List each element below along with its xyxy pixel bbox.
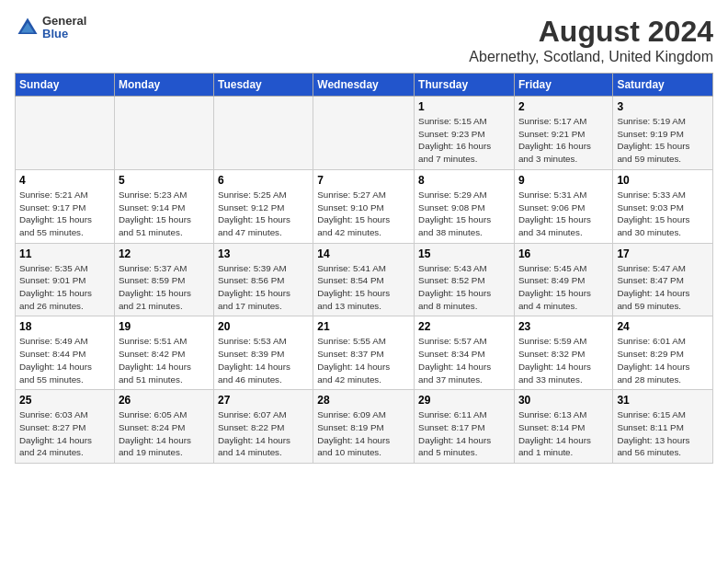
week-row-2: 4Sunrise: 5:21 AM Sunset: 9:17 PM Daylig…: [16, 169, 713, 243]
logo: General Blue: [15, 15, 86, 41]
day-cell: 31Sunrise: 6:15 AM Sunset: 8:11 PM Dayli…: [613, 390, 713, 464]
column-header-sunday: Sunday: [16, 74, 115, 97]
day-cell: [16, 97, 115, 170]
day-cell: 15Sunrise: 5:43 AM Sunset: 8:52 PM Dayli…: [415, 243, 515, 316]
day-cell: 5Sunrise: 5:23 AM Sunset: 9:14 PM Daylig…: [114, 169, 213, 243]
day-number: 22: [418, 320, 510, 333]
day-cell: 20Sunrise: 5:53 AM Sunset: 8:39 PM Dayli…: [213, 316, 313, 390]
day-cell: 3Sunrise: 5:19 AM Sunset: 9:19 PM Daylig…: [613, 97, 713, 170]
day-number: 14: [317, 247, 410, 260]
day-detail: Sunrise: 5:39 AM Sunset: 8:56 PM Dayligh…: [218, 262, 309, 313]
day-number: 1: [418, 100, 510, 113]
day-cell: 14Sunrise: 5:41 AM Sunset: 8:54 PM Dayli…: [313, 243, 415, 316]
day-cell: 10Sunrise: 5:33 AM Sunset: 9:03 PM Dayli…: [613, 169, 713, 243]
day-detail: Sunrise: 5:33 AM Sunset: 9:03 PM Dayligh…: [617, 189, 709, 239]
day-number: 6: [218, 174, 309, 187]
day-number: 16: [518, 247, 609, 260]
day-cell: 19Sunrise: 5:51 AM Sunset: 8:42 PM Dayli…: [114, 316, 213, 390]
day-cell: 28Sunrise: 6:09 AM Sunset: 8:19 PM Dayli…: [313, 390, 415, 464]
day-number: 4: [19, 174, 110, 187]
day-cell: 11Sunrise: 5:35 AM Sunset: 9:01 PM Dayli…: [16, 243, 115, 316]
day-detail: Sunrise: 6:03 AM Sunset: 8:27 PM Dayligh…: [19, 408, 110, 459]
logo-general: General: [42, 15, 86, 28]
day-detail: Sunrise: 5:53 AM Sunset: 8:39 PM Dayligh…: [218, 335, 309, 385]
day-number: 3: [617, 100, 709, 113]
day-number: 27: [218, 394, 309, 407]
main-title: August 2024: [469, 15, 713, 49]
column-headers: SundayMondayTuesdayWednesdayThursdayFrid…: [16, 74, 713, 97]
day-number: 8: [418, 174, 510, 187]
day-detail: Sunrise: 5:19 AM Sunset: 9:19 PM Dayligh…: [617, 115, 709, 166]
day-number: 13: [218, 247, 309, 260]
day-number: 17: [617, 247, 709, 260]
day-cell: 9Sunrise: 5:31 AM Sunset: 9:06 PM Daylig…: [514, 169, 612, 243]
day-cell: 18Sunrise: 5:49 AM Sunset: 8:44 PM Dayli…: [16, 316, 115, 390]
day-detail: Sunrise: 5:45 AM Sunset: 8:49 PM Dayligh…: [518, 262, 609, 313]
day-cell: [313, 97, 415, 170]
day-cell: 16Sunrise: 5:45 AM Sunset: 8:49 PM Dayli…: [514, 243, 612, 316]
day-detail: Sunrise: 5:21 AM Sunset: 9:17 PM Dayligh…: [19, 189, 110, 239]
day-number: 21: [317, 320, 410, 333]
day-number: 11: [19, 247, 110, 260]
day-number: 29: [418, 394, 510, 407]
day-detail: Sunrise: 6:05 AM Sunset: 8:24 PM Dayligh…: [119, 408, 210, 459]
day-number: 31: [617, 394, 709, 407]
day-cell: 30Sunrise: 6:13 AM Sunset: 8:14 PM Dayli…: [514, 390, 612, 464]
day-number: 7: [317, 174, 410, 187]
day-detail: Sunrise: 5:29 AM Sunset: 9:08 PM Dayligh…: [418, 189, 510, 239]
day-number: 2: [518, 100, 609, 113]
day-detail: Sunrise: 5:15 AM Sunset: 9:23 PM Dayligh…: [418, 115, 510, 166]
week-row-4: 18Sunrise: 5:49 AM Sunset: 8:44 PM Dayli…: [16, 316, 713, 390]
column-header-wednesday: Wednesday: [313, 74, 415, 97]
day-cell: 13Sunrise: 5:39 AM Sunset: 8:56 PM Dayli…: [213, 243, 313, 316]
day-detail: Sunrise: 5:31 AM Sunset: 9:06 PM Dayligh…: [518, 189, 609, 239]
day-detail: Sunrise: 5:55 AM Sunset: 8:37 PM Dayligh…: [317, 335, 410, 385]
day-detail: Sunrise: 5:35 AM Sunset: 9:01 PM Dayligh…: [19, 262, 110, 313]
day-cell: 26Sunrise: 6:05 AM Sunset: 8:24 PM Dayli…: [114, 390, 213, 464]
day-detail: Sunrise: 5:17 AM Sunset: 9:21 PM Dayligh…: [518, 115, 609, 166]
day-cell: [213, 97, 313, 170]
day-cell: 7Sunrise: 5:27 AM Sunset: 9:10 PM Daylig…: [313, 169, 415, 243]
day-detail: Sunrise: 5:41 AM Sunset: 8:54 PM Dayligh…: [317, 262, 410, 313]
day-cell: 24Sunrise: 6:01 AM Sunset: 8:29 PM Dayli…: [613, 316, 713, 390]
column-header-monday: Monday: [114, 74, 213, 97]
day-detail: Sunrise: 5:59 AM Sunset: 8:32 PM Dayligh…: [518, 335, 609, 385]
day-detail: Sunrise: 6:15 AM Sunset: 8:11 PM Dayligh…: [617, 408, 709, 459]
day-detail: Sunrise: 5:37 AM Sunset: 8:59 PM Dayligh…: [119, 262, 210, 313]
day-detail: Sunrise: 6:13 AM Sunset: 8:14 PM Dayligh…: [518, 408, 609, 459]
day-detail: Sunrise: 5:49 AM Sunset: 8:44 PM Dayligh…: [19, 335, 110, 385]
day-detail: Sunrise: 5:23 AM Sunset: 9:14 PM Dayligh…: [119, 189, 210, 239]
day-number: 12: [119, 247, 210, 260]
logo-icon: [15, 15, 40, 40]
day-cell: 12Sunrise: 5:37 AM Sunset: 8:59 PM Dayli…: [114, 243, 213, 316]
day-detail: Sunrise: 6:07 AM Sunset: 8:22 PM Dayligh…: [218, 408, 309, 459]
day-number: 30: [518, 394, 609, 407]
title-block: August 2024 Abernethy, Scotland, United …: [469, 15, 713, 65]
day-number: 23: [518, 320, 609, 333]
day-detail: Sunrise: 5:47 AM Sunset: 8:47 PM Dayligh…: [617, 262, 709, 313]
day-cell: 1Sunrise: 5:15 AM Sunset: 9:23 PM Daylig…: [415, 97, 515, 170]
day-cell: 29Sunrise: 6:11 AM Sunset: 8:17 PM Dayli…: [415, 390, 515, 464]
column-header-friday: Friday: [514, 74, 612, 97]
day-number: 10: [617, 174, 709, 187]
week-row-3: 11Sunrise: 5:35 AM Sunset: 9:01 PM Dayli…: [16, 243, 713, 316]
logo-text: General Blue: [42, 15, 86, 41]
day-cell: 17Sunrise: 5:47 AM Sunset: 8:47 PM Dayli…: [613, 243, 713, 316]
day-number: 25: [19, 394, 110, 407]
day-cell: 25Sunrise: 6:03 AM Sunset: 8:27 PM Dayli…: [16, 390, 115, 464]
day-cell: 4Sunrise: 5:21 AM Sunset: 9:17 PM Daylig…: [16, 169, 115, 243]
day-detail: Sunrise: 6:11 AM Sunset: 8:17 PM Dayligh…: [418, 408, 510, 459]
day-cell: 2Sunrise: 5:17 AM Sunset: 9:21 PM Daylig…: [514, 97, 612, 170]
day-detail: Sunrise: 5:51 AM Sunset: 8:42 PM Dayligh…: [119, 335, 210, 385]
day-number: 19: [119, 320, 210, 333]
column-header-tuesday: Tuesday: [213, 74, 313, 97]
day-detail: Sunrise: 5:25 AM Sunset: 9:12 PM Dayligh…: [218, 189, 309, 239]
day-cell: 8Sunrise: 5:29 AM Sunset: 9:08 PM Daylig…: [415, 169, 515, 243]
subtitle: Abernethy, Scotland, United Kingdom: [469, 49, 713, 65]
day-detail: Sunrise: 5:43 AM Sunset: 8:52 PM Dayligh…: [418, 262, 510, 313]
day-detail: Sunrise: 6:09 AM Sunset: 8:19 PM Dayligh…: [317, 408, 410, 459]
day-cell: 23Sunrise: 5:59 AM Sunset: 8:32 PM Dayli…: [514, 316, 612, 390]
column-header-thursday: Thursday: [415, 74, 515, 97]
day-number: 5: [119, 174, 210, 187]
week-row-1: 1Sunrise: 5:15 AM Sunset: 9:23 PM Daylig…: [16, 97, 713, 170]
